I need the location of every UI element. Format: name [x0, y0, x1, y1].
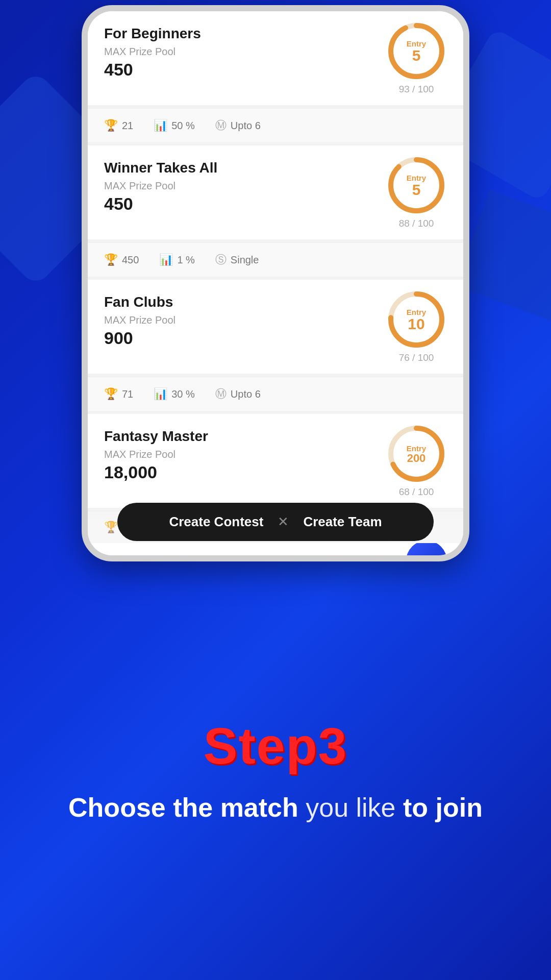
entry-value-fanclubs: 10	[407, 316, 426, 332]
subtitle-choose: Choose the match	[68, 793, 298, 822]
subtitle-to-join: to join	[403, 793, 483, 822]
pool-label-beginners: MAX Prize Pool	[104, 46, 386, 58]
stat-percent-1: 50 %	[171, 120, 195, 132]
pool-value-fanclubs: 900	[104, 328, 386, 348]
contest-card-fantasy[interactable]: Fantasy Master MAX Prize Pool 18,000 Ent…	[88, 414, 463, 508]
entry-value-beginners: 5	[407, 48, 426, 63]
stat-winners-2: 450	[122, 254, 139, 266]
pool-value-winner: 450	[104, 194, 386, 214]
step-title: Step3	[204, 717, 347, 775]
entry-circle-fanclubs: Entry 10 76 / 100	[386, 289, 447, 363]
contest-title-beginners: For Beginners	[104, 26, 386, 42]
chart-icon-2: 📊	[159, 253, 173, 266]
stats-beginners: 🏆 21 📊 50 % Ⓜ Upto 6	[88, 108, 463, 142]
pool-value-fantasy: 18,000	[104, 462, 386, 482]
entry-progress-fanclubs: 76 / 100	[399, 352, 434, 363]
chart-icon-1: 📊	[154, 119, 167, 132]
pool-label-winner: MAX Prize Pool	[104, 180, 386, 192]
step-subtitle: Choose the match you like to join	[68, 791, 483, 825]
subtitle-you-like: you like	[298, 793, 403, 822]
pool-label-fantasy: MAX Prize Pool	[104, 449, 386, 460]
contest-card-beginners[interactable]: For Beginners MAX Prize Pool 450 Entry	[88, 11, 463, 105]
multi-icon-1: Ⓜ	[215, 118, 227, 133]
multi-icon-3: Ⓜ	[215, 386, 227, 402]
stat-percent-2: 1 %	[177, 254, 194, 266]
trophy-icon-1: 🏆	[104, 119, 118, 132]
stats-fanclubs: 🏆 71 📊 30 % Ⓜ Upto 6	[88, 377, 463, 411]
entry-circle-beginners: Entry 5 93 / 100	[386, 20, 447, 95]
action-divider: ✕	[278, 514, 289, 530]
entry-value-winner: 5	[407, 182, 426, 198]
contest-title-winner: Winner Takes All	[104, 160, 386, 176]
entry-circle-fantasy: Entry 200 68 / 100	[386, 423, 447, 498]
pool-label-fanclubs: MAX Prize Pool	[104, 314, 386, 326]
contest-card-winner[interactable]: Winner Takes All MAX Prize Pool 450 Entr…	[88, 145, 463, 239]
stat-percent-3: 30 %	[171, 388, 195, 400]
create-contest-button[interactable]: Create Contest	[169, 514, 263, 530]
phone-screen: For Beginners MAX Prize Pool 450 Entry	[88, 11, 463, 555]
contest-card-fanclubs[interactable]: Fan Clubs MAX Prize Pool 900 Entry	[88, 280, 463, 374]
contest-list: For Beginners MAX Prize Pool 450 Entry	[88, 11, 463, 543]
stat-team-1: Upto 6	[231, 120, 261, 132]
partial-avatar	[406, 543, 447, 555]
single-icon-2: Ⓢ	[215, 252, 227, 267]
entry-value-fantasy: 200	[407, 453, 426, 464]
chart-icon-3: 📊	[154, 387, 167, 401]
partial-next-card	[88, 543, 463, 555]
stat-team-2: Single	[231, 254, 259, 266]
trophy-icon-2: 🏆	[104, 253, 118, 266]
trophy-icon-4: 🏆	[104, 521, 118, 534]
stats-winner: 🏆 450 📊 1 % Ⓢ Single	[88, 242, 463, 277]
create-team-button[interactable]: Create Team	[303, 514, 382, 530]
entry-progress-beginners: 93 / 100	[399, 84, 434, 95]
stat-winners-3: 71	[122, 388, 133, 400]
contest-title-fantasy: Fantasy Master	[104, 428, 386, 445]
bottom-section: Step3 Choose the match you like to join	[0, 582, 551, 980]
stat-team-3: Upto 6	[231, 388, 261, 400]
entry-circle-winner: Entry 5 88 / 100	[386, 155, 447, 229]
trophy-icon-3: 🏆	[104, 387, 118, 401]
contest-title-fanclubs: Fan Clubs	[104, 294, 386, 310]
pool-value-beginners: 450	[104, 60, 386, 80]
action-bar: Create Contest ✕ Create Team	[117, 503, 434, 541]
phone-device: For Beginners MAX Prize Pool 450 Entry	[82, 5, 469, 561]
stat-winners-1: 21	[122, 120, 133, 132]
entry-progress-winner: 88 / 100	[399, 218, 434, 229]
entry-progress-fantasy: 68 / 100	[399, 486, 434, 498]
